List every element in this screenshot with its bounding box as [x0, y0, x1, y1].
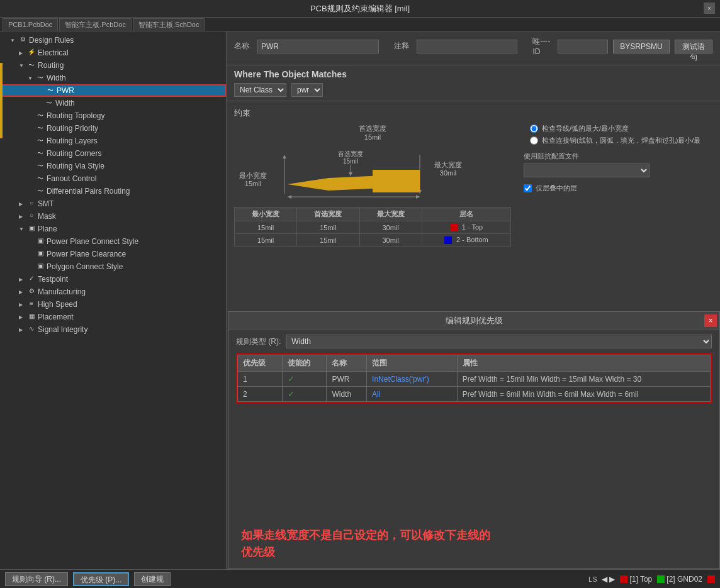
form-area: 名称 注释 唯一-ID BYSRPSMU 测试语句 — [227, 31, 720, 65]
col-props: 属性 — [457, 355, 710, 372]
annotation-text: 如果走线宽度不是自己设定的，可以修改下走线的 优先级 — [228, 519, 719, 569]
test-btn[interactable]: 测试语句 — [675, 40, 712, 53]
row1-max: 30mil — [359, 221, 422, 234]
tree-item-testpoint[interactable]: ▶ ✓ Testpoint — [0, 273, 226, 286]
svg-rect-12 — [373, 170, 420, 192]
tree-item-pwr[interactable]: 〜 PWR — [0, 84, 226, 97]
tree-item-power-plane-clearance[interactable]: ▣ Power Plane Clearance — [0, 248, 226, 260]
rule-type-select[interactable]: Width — [286, 335, 712, 348]
create-rules-btn[interactable]: 创建规 — [134, 572, 171, 586]
annotation-line1: 如果走线宽度不是自己设定的，可以修改下走线的 — [241, 527, 707, 544]
p1-scope: InNetClass('pwr') — [367, 372, 458, 387]
tree-item-routing-topology[interactable]: 〜 Routing Topology — [0, 109, 226, 122]
match-value-select[interactable]: pwr — [291, 83, 323, 97]
close-button[interactable]: × — [704, 3, 715, 14]
topology-icon: 〜 — [35, 111, 45, 120]
tab-smartcar-pcb[interactable]: 智能车主板.PcbDoc — [59, 18, 132, 31]
tree-arrow-width: ▼ — [28, 75, 35, 81]
p1-props: Pref Width = 15mil Min Width = 15mil Max… — [457, 372, 710, 387]
id-input[interactable] — [558, 40, 608, 53]
tree-item-routing-corners[interactable]: 〜 Routing Corners — [0, 147, 226, 160]
p2-props: Pref Width = 6mil Min Width = 6mil Max W… — [457, 387, 710, 402]
ls-label: LS — [588, 575, 597, 583]
tree-item-routing[interactable]: ▼ 〜 Routing — [0, 59, 226, 72]
rule-type-row: 规则类型 (R): Width — [236, 335, 712, 348]
svg-marker-3 — [283, 155, 286, 158]
layers-only-checkbox[interactable] — [524, 184, 532, 192]
layer1-label: [1] Top — [629, 575, 652, 584]
tree-item-diff-pairs[interactable]: 〜 Differential Pairs Routing — [0, 185, 226, 197]
radio-input-1[interactable] — [530, 125, 538, 133]
tree-item-routing-layers[interactable]: 〜 Routing Layers — [0, 135, 226, 147]
col-layer: 层名 — [422, 208, 510, 221]
p1-enabled: ✓ — [282, 372, 327, 387]
tree-item-high-speed[interactable]: ▶ ≡ High Speed — [0, 298, 226, 311]
title-bar: PCB规则及约束编辑器 [mil] × — [0, 0, 720, 18]
priority-btn[interactable]: 优先级 (P)... — [73, 572, 129, 586]
layers-only-section: 仅层叠中的层 — [524, 184, 712, 193]
comment-input[interactable] — [417, 40, 517, 53]
row2-max: 30mil — [359, 234, 422, 247]
tree-item-routing-via[interactable]: 〜 Routing Via Style — [0, 160, 226, 172]
tree-item-smt[interactable]: ▶ ○ SMT — [0, 197, 226, 210]
place-icon: ▦ — [26, 313, 37, 321]
layer-color-top — [450, 224, 458, 231]
layer2-dot — [657, 575, 665, 583]
width-table: 最小宽度 首选宽度 最大宽度 层名 15mil 15mil 30mil — [234, 207, 511, 247]
priority-row-1: 1 ✓ PWR InNetClass('pwr') Pref Width = 1… — [238, 372, 711, 387]
pgc-icon: ▣ — [35, 262, 45, 271]
col-name: 名称 — [327, 355, 367, 372]
tree-arrow-plane: ▼ — [19, 226, 26, 232]
name-input[interactable] — [257, 40, 379, 53]
priority-close-btn[interactable]: × — [704, 314, 717, 327]
yellow-strip — [0, 63, 3, 138]
priority-table-header: 优先级 使能的 名称 范围 属性 — [238, 355, 711, 372]
col-pref: 首选宽度 — [297, 208, 359, 221]
tree-item-polygon-connect[interactable]: ▣ Polygon Connect Style — [0, 260, 226, 273]
tree-item-placement[interactable]: ▶ ▦ Placement — [0, 311, 226, 323]
match-type-select[interactable]: Net Class — [234, 83, 286, 97]
layer1-indicator: [1] Top — [620, 575, 652, 584]
svg-marker-11 — [349, 172, 352, 176]
tree-item-routing-priority[interactable]: 〜 Routing Priority — [0, 122, 226, 135]
plane-icon: ▣ — [26, 225, 37, 233]
tree-item-width[interactable]: ▼ 〜 Width — [0, 72, 226, 84]
p2-priority: 2 — [238, 387, 283, 402]
tree-item-fanout[interactable]: 〜 Fanout Control — [0, 172, 226, 185]
impedance-section: 使用阻抗配置文件 — [524, 152, 712, 177]
pwr-icon: 〜 — [45, 86, 55, 95]
use-impedance-label: 使用阻抗配置文件 — [524, 152, 712, 161]
priority-table-container: 优先级 使能的 名称 范围 属性 1 ✓ PWR InNetClass( — [236, 353, 712, 403]
tree-item-plane[interactable]: ▼ ▣ Plane — [0, 223, 226, 235]
priority-icon: 〜 — [35, 124, 45, 133]
tree-item-manufacturing[interactable]: ▶ ⚙ Manufacturing — [0, 286, 226, 298]
svg-text:15mil: 15mil — [245, 180, 261, 187]
tree-arrow-routing: ▼ — [19, 63, 26, 69]
col-scope: 范围 — [367, 355, 458, 372]
tree-arrow: ▼ — [10, 38, 18, 43]
svg-text:30mil: 30mil — [440, 169, 456, 177]
si-icon: ∿ — [26, 325, 37, 334]
constraint-area: 约束 首选宽度 15mil 最小宽度 — [227, 101, 720, 253]
comment-label: 注释 — [394, 41, 412, 52]
svg-text:最大宽度: 最大宽度 — [434, 161, 462, 169]
svg-text:首选宽度: 首选宽度 — [338, 150, 363, 157]
id-btn[interactable]: BYSRPSMU — [613, 40, 669, 53]
window-title: PCB规则及约束编辑器 [mil] — [310, 3, 410, 14]
tree-item-signal-integrity[interactable]: ▶ ∿ Signal Integrity — [0, 323, 226, 336]
tree-item-electrical[interactable]: ▶ ⚡ Electrical — [0, 47, 226, 59]
diff-icon: 〜 — [35, 187, 45, 196]
impedance-select[interactable] — [524, 164, 650, 177]
tree-arrow-electrical: ▶ — [19, 50, 26, 56]
layer1-dot — [620, 575, 627, 583]
radio-input-2[interactable] — [530, 136, 538, 145]
tree-item-width2[interactable]: 〜 Width — [0, 97, 226, 109]
tree-item-power-plane-connect[interactable]: ▣ Power Plane Connect Style — [0, 235, 226, 248]
rules-wizard-btn[interactable]: 规则向导 (R)... — [5, 572, 68, 586]
tab-pcb1[interactable]: PCB1.PcbDoc — [3, 18, 58, 31]
tree-arrow-si: ▶ — [19, 327, 26, 333]
nav-arrows[interactable]: ◀ ▶ — [602, 575, 615, 584]
tree-item-design-rules[interactable]: ▼ ⚙ Design Rules — [0, 34, 226, 47]
tree-item-mask[interactable]: ▶ ○ Mask — [0, 210, 226, 223]
tab-smartcar-sch[interactable]: 智能车主板.SchDoc — [133, 18, 205, 31]
